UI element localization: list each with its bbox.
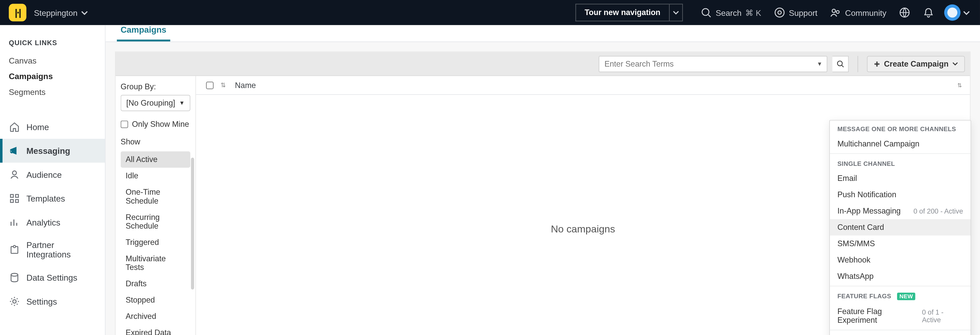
app-logo[interactable]: |⋅| [9, 4, 26, 21]
svg-rect-8 [16, 194, 18, 197]
avatar[interactable] [944, 4, 961, 21]
menu-option-feature-flag[interactable]: Feature Flag Experiment0 of 1 - Active [830, 303, 970, 329]
divider [858, 56, 858, 72]
gear-icon [9, 296, 20, 307]
nav-partner-integrations[interactable]: Partner Integrations [0, 234, 105, 265]
left-nav: QUICK LINKS Canvas Campaigns Segments Ho… [0, 25, 106, 335]
show-item[interactable]: Idle [121, 168, 190, 184]
svg-rect-9 [11, 200, 13, 202]
menu-option-multichannel[interactable]: Multichannel Campaign [830, 136, 970, 152]
chevron-down-icon [953, 61, 958, 67]
menu-option-webhook[interactable]: Webhook [830, 252, 970, 268]
create-campaign-button[interactable]: Create Campaign [867, 56, 965, 72]
nav-home[interactable]: Home [0, 115, 105, 139]
svg-point-15 [837, 61, 842, 65]
svg-point-13 [11, 273, 18, 276]
only-show-mine-checkbox[interactable]: Only Show Mine [121, 120, 190, 129]
people-icon [830, 7, 841, 18]
quick-link-campaigns[interactable]: Campaigns [0, 68, 105, 84]
home-icon [9, 121, 20, 132]
search-icon [700, 7, 712, 18]
show-item[interactable]: Recurring Schedule [121, 209, 190, 234]
workspace-selector[interactable]: Steppington [34, 8, 88, 17]
show-item[interactable]: Drafts [121, 276, 190, 292]
svg-rect-10 [16, 200, 18, 202]
tour-navigation-button[interactable]: Tour new navigation [575, 4, 669, 21]
new-badge: NEW [897, 293, 915, 300]
puzzle-icon [9, 245, 20, 256]
tour-button-group: Tour new navigation [575, 4, 683, 21]
menu-group-heading: FEATURE FLAGS NEW [830, 287, 970, 303]
menu-option-whatsapp[interactable]: WhatsApp [830, 268, 970, 284]
megaphone-icon [9, 145, 20, 156]
avatar-menu-toggle[interactable] [963, 9, 970, 16]
create-campaign-menu: MESSAGE ONE OR MORE CHANNELS Multichanne… [829, 120, 971, 335]
sort-toggle[interactable]: ⇅ [218, 82, 229, 89]
lifebuoy-icon [774, 7, 785, 18]
chevron-down-icon [81, 9, 88, 16]
tour-navigation-dropdown[interactable] [669, 4, 683, 21]
svg-point-12 [13, 245, 16, 248]
nav-templates[interactable]: Templates [0, 186, 105, 211]
menu-option-push[interactable]: Push Notification [830, 186, 970, 203]
svg-point-14 [13, 300, 16, 303]
show-heading: Show [121, 138, 190, 146]
search-button[interactable] [832, 56, 849, 72]
scrollbar[interactable] [191, 158, 194, 290]
nav-data-settings[interactable]: Data Settings [0, 265, 105, 290]
search-button[interactable]: Search ⌘ K [700, 7, 761, 18]
user-icon [9, 169, 20, 180]
chevron-down-icon [673, 10, 679, 16]
toolbar: ▼ Create Campaign [116, 52, 970, 76]
menu-option-email[interactable]: Email [830, 170, 970, 186]
show-item[interactable]: All Active [121, 151, 190, 168]
show-list: All Active Idle One-Time Schedule Recurr… [121, 151, 190, 335]
nav-settings[interactable]: Settings [0, 290, 105, 314]
notifications-button[interactable] [923, 7, 934, 18]
svg-point-4 [837, 11, 839, 13]
language-button[interactable] [899, 7, 910, 18]
table-header-row: ⇅ Name ⇅ [196, 76, 970, 95]
group-by-label: Group By: [121, 82, 190, 91]
quick-link-segments[interactable]: Segments [0, 84, 105, 100]
svg-point-2 [778, 11, 781, 14]
menu-option-inapp[interactable]: In-App Messaging0 of 200 - Active [830, 203, 970, 219]
chevron-down-icon [963, 9, 970, 16]
plus-icon [874, 61, 880, 67]
bell-icon [923, 7, 934, 18]
support-link[interactable]: Support [774, 7, 818, 18]
show-item[interactable]: Expired Data [121, 325, 190, 335]
show-item[interactable]: Multivariate Tests [121, 251, 190, 276]
menu-group-heading: MESSAGE ONE OR MORE CHANNELS [830, 121, 970, 136]
show-item[interactable]: Archived [121, 308, 190, 325]
select-all-checkbox[interactable] [202, 81, 218, 89]
topbar: |⋅| Steppington Tour new navigation Sear… [0, 0, 980, 25]
svg-point-6 [13, 171, 17, 175]
svg-point-3 [832, 9, 835, 13]
svg-point-1 [775, 8, 784, 17]
group-by-select[interactable]: [No Grouping] ▼ [121, 95, 190, 111]
search-input[interactable] [599, 56, 827, 72]
svg-point-0 [702, 9, 709, 16]
search-icon [836, 59, 845, 68]
search-filter-dropdown[interactable]: ▼ [817, 61, 822, 67]
chart-icon [9, 217, 20, 228]
show-item[interactable]: Stopped [121, 292, 190, 308]
search-wrap: ▼ [599, 56, 827, 72]
nav-audience[interactable]: Audience [0, 163, 105, 187]
menu-group-heading: TRACK MESSAGES SENT VIA API [830, 332, 970, 335]
menu-option-content-card[interactable]: Content Card [830, 219, 970, 235]
page-tabs: Campaigns [106, 25, 980, 42]
quick-link-canvas[interactable]: Canvas [0, 53, 105, 68]
tab-campaigns[interactable]: Campaigns [117, 25, 170, 41]
nav-analytics[interactable]: Analytics [0, 211, 105, 235]
quick-links-heading: QUICK LINKS [0, 39, 105, 53]
column-name-header[interactable]: Name ⇅ [229, 81, 970, 89]
community-link[interactable]: Community [830, 7, 886, 18]
show-item[interactable]: One-Time Schedule [121, 184, 190, 209]
menu-option-sms[interactable]: SMS/MMS [830, 235, 970, 252]
nav-messaging[interactable]: Messaging [0, 139, 105, 163]
show-item[interactable]: Triggered [121, 234, 190, 251]
workspace-name: Steppington [34, 8, 78, 17]
svg-rect-7 [11, 194, 13, 197]
